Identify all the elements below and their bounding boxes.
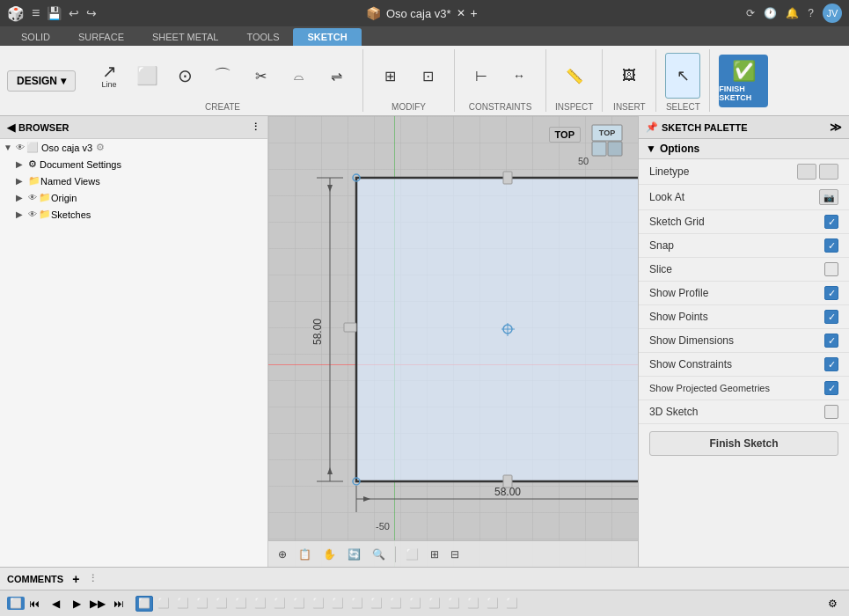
hide-btn[interactable]: ⊟ [446, 545, 464, 564]
save-btn[interactable]: 💾 [47, 6, 62, 20]
palette-row-sketch-grid[interactable]: Sketch Grid [639, 210, 849, 234]
palette-row-3d-sketch[interactable]: 3D Sketch [639, 400, 849, 424]
show-constraints-checkbox[interactable] [824, 357, 838, 371]
timeline-item-3[interactable]: ⬜ [194, 596, 211, 612]
sketches-eye-icon[interactable]: 👁 [28, 209, 37, 219]
timeline-item-4[interactable]: ⬜ [213, 596, 231, 612]
inspect-btn1[interactable]: 📏 [557, 53, 592, 99]
browser-expand-btn[interactable]: ⋮ [251, 121, 260, 133]
rotate-btn[interactable]: 🔄 [343, 545, 365, 564]
timeline-item-7[interactable]: ⬜ [271, 596, 289, 612]
doc-settings-expand[interactable]: ▶ [16, 159, 28, 169]
modify-btn1[interactable]: ⊞ [372, 53, 407, 99]
bell-icon[interactable]: 🔔 [786, 7, 799, 19]
comments-plus-btn[interactable]: + [72, 572, 79, 586]
origin-expand[interactable]: ▶ [16, 193, 28, 202]
footer-next[interactable]: ▶▶ [88, 595, 107, 612]
palette-row-show-points[interactable]: Show Points [639, 305, 849, 329]
pan-btn[interactable]: ✋ [318, 545, 340, 564]
tab-surface[interactable]: SURFACE [64, 28, 138, 46]
palette-row-show-constraints[interactable]: Show Constraints [639, 353, 849, 377]
footer-skip-end[interactable]: ⏭ [109, 595, 128, 612]
3d-sketch-checkbox[interactable] [824, 405, 838, 419]
create-line-btn[interactable]: ↗ Line [91, 53, 127, 99]
sketch-grid-checkbox[interactable] [824, 215, 838, 229]
create-circle-btn[interactable]: ⊙ [167, 53, 202, 99]
lookat-btn[interactable]: 📷 [819, 189, 838, 205]
timeline-item-18[interactable]: ⬜ [484, 596, 501, 612]
timeline-item-19[interactable]: ⬜ [503, 596, 521, 612]
footer-settings-btn[interactable]: ⚙ [823, 595, 842, 612]
show-dimensions-checkbox[interactable] [824, 334, 838, 348]
modify-btn2[interactable]: ⊡ [410, 53, 445, 99]
timeline-item-6[interactable]: ⬜ [252, 596, 269, 612]
constraint-btn1[interactable]: ⊢ [464, 53, 499, 99]
linetype-btn2[interactable] [819, 164, 838, 180]
tab-sheet-metal[interactable]: SHEET METAL [138, 28, 232, 46]
named-views-expand[interactable]: ▶ [16, 176, 28, 186]
footer-prev[interactable]: ◀ [46, 595, 65, 612]
undo-btn[interactable]: ↩ [69, 6, 79, 20]
palette-options-header[interactable]: ▼ Options [639, 139, 849, 159]
show-points-checkbox[interactable] [824, 310, 838, 324]
orbit-btn[interactable]: ⊕ [274, 545, 291, 564]
user-avatar[interactable]: JV [823, 4, 842, 23]
new-tab-btn[interactable]: + [471, 6, 478, 20]
refresh-icon[interactable]: ⟳ [746, 7, 755, 19]
browser-item-named-views[interactable]: ▶ 📁 Named Views [0, 172, 267, 189]
zoom-btn[interactable]: 🔍 [368, 545, 390, 564]
create-fillet-btn[interactable]: ⌓ [281, 53, 316, 99]
create-more-btn[interactable]: ✂ [243, 53, 278, 99]
create-arc-btn[interactable]: ⌒ [205, 53, 240, 99]
browser-collapse-btn[interactable]: ◀ [7, 121, 15, 134]
footer-icon-active[interactable]: ⬜ [7, 597, 25, 610]
timeline-item-2[interactable]: ⬜ [174, 596, 192, 612]
root-expand-arrow[interactable]: ▼ [4, 143, 16, 152]
footer-play[interactable]: ▶ [67, 595, 86, 612]
slice-checkbox[interactable] [824, 262, 838, 276]
tab-tools[interactable]: TOOLS [232, 28, 293, 46]
root-settings-icon[interactable]: ⚙ [96, 142, 105, 153]
finish-sketch-palette-btn[interactable]: Finish Sketch [649, 431, 838, 456]
palette-row-show-projected[interactable]: Show Projected Geometries [639, 377, 849, 400]
timeline-item-12[interactable]: ⬜ [368, 596, 385, 612]
palette-expand-btn[interactable]: ≫ [830, 121, 842, 134]
timeline-item-15[interactable]: ⬜ [426, 596, 443, 612]
grid-toggle-btn[interactable]: ⊞ [426, 545, 443, 564]
linetype-btn1[interactable] [797, 164, 816, 180]
redo-btn[interactable]: ↪ [86, 6, 97, 20]
browser-item-doc-settings[interactable]: ▶ ⚙ Document Settings [0, 156, 267, 172]
timeline-item-13[interactable]: ⬜ [387, 596, 405, 612]
timeline-item-active[interactable]: ⬜ [135, 596, 153, 612]
snap-checkbox[interactable] [824, 238, 838, 253]
timeline-item-9[interactable]: ⬜ [310, 596, 327, 612]
display-mode-btn[interactable]: ⬜ [401, 545, 423, 564]
browser-item-origin[interactable]: ▶ 👁 📁 Origin [0, 189, 267, 206]
palette-row-show-dimensions[interactable]: Show Dimensions [639, 329, 849, 353]
timeline-item-11[interactable]: ⬜ [348, 596, 366, 612]
sketches-expand[interactable]: ▶ [16, 209, 28, 219]
insert-btn1[interactable]: 🖼 [611, 53, 647, 99]
show-projected-checkbox[interactable] [824, 381, 838, 395]
timeline-item-17[interactable]: ⬜ [465, 596, 482, 612]
origin-eye-icon[interactable]: 👁 [28, 193, 37, 202]
design-button[interactable]: DESIGN ▾ [7, 70, 76, 92]
menu-btn[interactable]: ≡ [32, 5, 40, 21]
timeline-item-16[interactable]: ⬜ [445, 596, 463, 612]
tab-solid[interactable]: SOLID [7, 28, 64, 46]
browser-item-root[interactable]: ▼ 👁 ⬜ Oso caja v3 ⚙ [0, 139, 267, 156]
timeline-item-8[interactable]: ⬜ [290, 596, 308, 612]
constraint-dim-btn[interactable]: ↔ [501, 53, 537, 99]
palette-row-slice[interactable]: Slice [639, 258, 849, 282]
footer-skip-start[interactable]: ⏮ [25, 595, 44, 612]
select-btn[interactable]: ↖ [665, 53, 700, 99]
nav-cube[interactable]: TOP [585, 123, 629, 167]
root-eye-icon[interactable]: 👁 [16, 143, 25, 152]
tab-sketch[interactable]: SKETCH [293, 28, 361, 46]
create-mirror-btn[interactable]: ⇌ [318, 53, 354, 99]
timeline-item-14[interactable]: ⬜ [406, 596, 424, 612]
look-at-btn[interactable]: 📋 [294, 545, 316, 564]
viewport[interactable]: 58.00 58.00 50 -50 TOP TOP [268, 116, 638, 567]
timeline-item-1[interactable]: ⬜ [155, 596, 172, 612]
palette-row-snap[interactable]: Snap [639, 234, 849, 258]
